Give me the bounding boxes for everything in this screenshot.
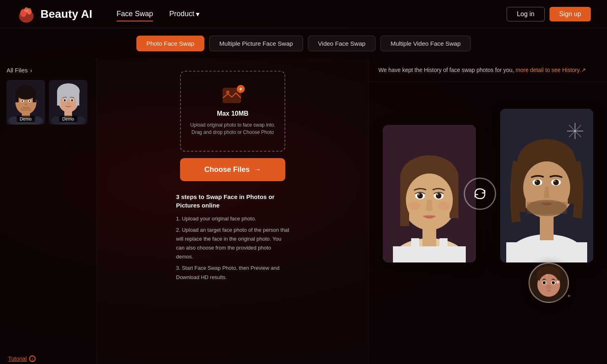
deco-plus: + [545, 271, 548, 279]
small-face-svg [530, 264, 568, 302]
main-nav: Face Swap Product ▾ [117, 10, 507, 19]
history-bar: We have kept the History of face swap ph… [369, 59, 607, 82]
svg-point-15 [25, 104, 27, 105]
demo-thumb-female[interactable]: Demo [49, 80, 87, 125]
demo-badge-female: Demo [59, 116, 77, 122]
svg-rect-54 [393, 246, 466, 262]
steps-text: 1. Upload your original face photo. 2. U… [176, 214, 289, 282]
svg-rect-9 [15, 92, 19, 102]
svg-rect-16 [21, 108, 31, 111]
tab-multiple-video[interactable]: Multiple Video Face Swap [380, 36, 471, 51]
svg-point-48 [417, 193, 423, 199]
deco-star-2: ✦ [567, 293, 571, 299]
svg-rect-24 [57, 91, 61, 106]
main-content: All Files › [0, 59, 607, 364]
svg-rect-25 [76, 91, 79, 106]
tab-photo-face-swap[interactable]: Photo Face Swap [136, 36, 204, 51]
demo-illustration: ✦ ✦ + [369, 82, 607, 364]
header: Beauty AI Face Swap Product ▾ Log in Sig… [0, 0, 607, 28]
signup-button[interactable]: Sign up [550, 7, 591, 21]
login-button[interactable]: Log in [507, 7, 545, 21]
sparkle-icon [565, 121, 585, 141]
center-panel: + Max 10MB Upload original photo to face… [97, 59, 368, 364]
nav-face-swap[interactable]: Face Swap [117, 10, 153, 18]
svg-point-88 [547, 284, 550, 287]
svg-point-14 [29, 100, 30, 102]
demo-badge-male: Demo [17, 116, 35, 122]
nav-product[interactable]: Product ▾ [169, 10, 200, 19]
portrait-female [383, 125, 476, 262]
tutorial-link[interactable]: Tutorial i [8, 356, 36, 362]
demo-images: Demo [6, 80, 90, 125]
choose-files-button[interactable]: Choose Files → [180, 158, 285, 181]
arrow-right-icon: → [254, 165, 261, 174]
svg-point-86 [552, 281, 555, 284]
svg-point-49 [436, 193, 441, 199]
steps-title: 3 steps to Swap Face in Photos or Pictur… [176, 193, 289, 210]
svg-point-72 [554, 180, 556, 182]
sidebar: All Files › [0, 59, 97, 364]
upload-hint: Upload original photo to face swap into.… [190, 121, 275, 136]
app-name: Beauty AI [40, 8, 92, 21]
svg-rect-60 [506, 242, 587, 262]
upload-icon: + [222, 87, 243, 106]
svg-point-85 [542, 281, 545, 284]
history-link[interactable]: more detail to see History.↗ [516, 67, 586, 73]
svg-point-13 [21, 100, 23, 102]
small-face-thumb [528, 262, 569, 303]
logo-icon [16, 4, 36, 24]
svg-point-70 [553, 180, 559, 185]
svg-point-50 [418, 194, 420, 195]
deco-arrows [565, 121, 585, 143]
female-portrait-svg [383, 125, 476, 262]
tab-multiple-picture[interactable]: Multiple Picture Face Swap [209, 36, 303, 51]
swap-arrows-icon [472, 186, 488, 202]
svg-rect-55 [411, 238, 419, 250]
upload-zone[interactable]: + Max 10MB Upload original photo to face… [180, 71, 285, 152]
svg-point-28 [64, 99, 66, 102]
swap-arrow-circle [464, 178, 496, 210]
svg-rect-10 [33, 92, 36, 102]
demo-thumb-male[interactable]: Demo [6, 80, 45, 125]
sidebar-bottom: Tutorial i [8, 356, 36, 362]
svg-point-71 [535, 180, 537, 182]
tab-video-face-swap[interactable]: Video Face Swap [308, 36, 376, 51]
svg-rect-74 [526, 202, 567, 214]
svg-point-30 [68, 103, 70, 104]
all-files-label[interactable]: All Files › [6, 67, 90, 74]
svg-point-69 [535, 180, 540, 185]
upload-max-size: Max 10MB [217, 110, 248, 117]
deco-star-1: ✦ [555, 278, 561, 287]
chevron-right-icon: › [30, 67, 32, 74]
right-panel: We have kept the History of face swap ph… [368, 59, 607, 364]
upload-plus-icon: + [237, 85, 245, 93]
dropdown-chevron: ▾ [196, 10, 200, 19]
svg-rect-56 [439, 238, 448, 250]
tabs-bar: Photo Face Swap Multiple Picture Face Sw… [0, 28, 607, 59]
svg-point-51 [437, 194, 438, 195]
header-actions: Log in Sign up [507, 7, 591, 21]
svg-point-3 [24, 7, 28, 12]
info-icon: i [29, 356, 36, 362]
logo-area: Beauty AI [16, 4, 92, 24]
svg-point-52 [408, 202, 421, 210]
svg-point-53 [438, 202, 451, 210]
svg-point-29 [71, 99, 73, 102]
illustration-container: ✦ ✦ + [383, 109, 593, 343]
steps-section: 3 steps to Swap Face in Photos or Pictur… [176, 193, 289, 282]
